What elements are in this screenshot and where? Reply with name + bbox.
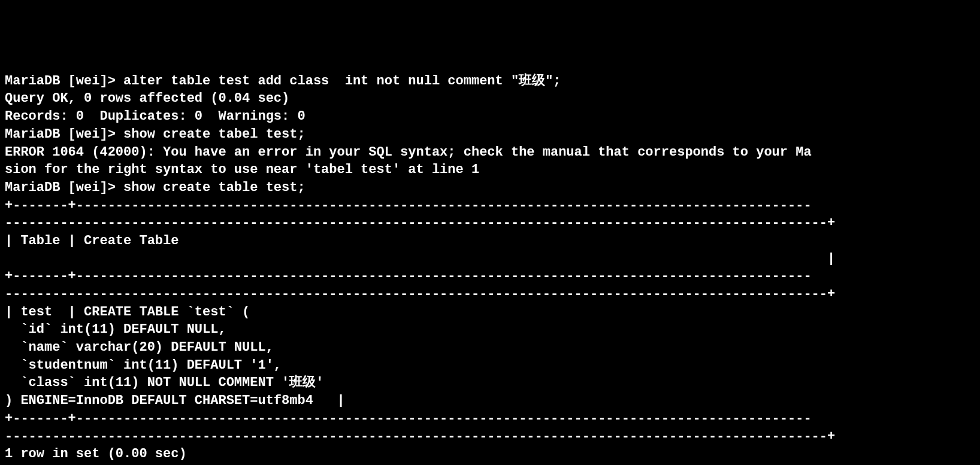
terminal-line: +-------+-------------------------------… [5,268,975,285]
terminal-line: `name` varchar(20) DEFAULT NULL, [5,339,975,357]
terminal-line: `class` int(11) NOT NULL COMMENT '班级' [5,374,975,392]
terminal-line: MariaDB [wei]> show create tabel test; [5,126,975,144]
terminal-line: +-------+-------------------------------… [5,410,975,428]
terminal-line: sion for the right syntax to use near 't… [5,161,975,179]
terminal-line: MariaDB [wei]> alter table test add clas… [5,72,975,90]
terminal-line: ----------------------------------------… [5,285,975,303]
terminal-line: MariaDB [wei]> show create table test; [5,179,975,197]
terminal-line: | test | CREATE TABLE `test` ( [5,303,975,321]
terminal-output[interactable]: MariaDB [wei]> alter table test add clas… [5,72,975,465]
terminal-line: ----------------------------------------… [5,214,975,232]
terminal-line: 1 row in set (0.00 sec) [5,445,975,463]
terminal-line: +-------+-------------------------------… [5,197,975,215]
terminal-line: Records: 0 Duplicates: 0 Warnings: 0 [5,108,975,126]
terminal-line: | [5,250,975,268]
terminal-line: ) ENGINE=InnoDB DEFAULT CHARSET=utf8mb4 … [5,392,975,410]
terminal-line: `id` int(11) DEFAULT NULL, [5,321,975,339]
terminal-line: ERROR 1064 (42000): You have an error in… [5,144,975,162]
terminal-line: ----------------------------------------… [5,428,975,446]
terminal-line: `studentnum` int(11) DEFAULT '1', [5,357,975,375]
terminal-line: | Table | Create Table [5,232,975,250]
terminal-line: Query OK, 0 rows affected (0.04 sec) [5,90,975,108]
